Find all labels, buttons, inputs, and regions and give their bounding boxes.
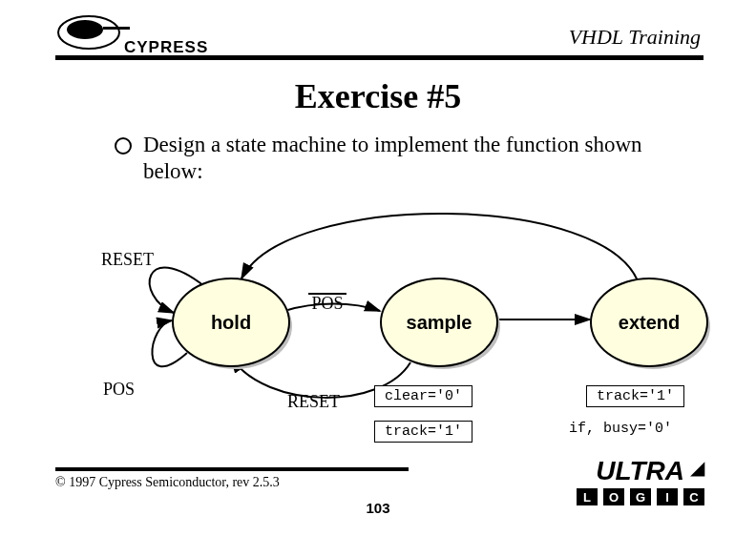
ultra-block-g: G xyxy=(630,488,651,505)
ultra-block-o: O xyxy=(603,488,624,505)
footer-rule xyxy=(55,467,409,471)
ultra-logo: ULTRA ◢ L O G I C xyxy=(577,456,704,505)
state-extend: extend xyxy=(590,278,712,371)
state-sample-label: sample xyxy=(380,278,498,367)
label-not-pos: POS xyxy=(308,293,346,308)
output-sample-clear: clear='0' xyxy=(374,385,472,407)
ultra-block-i: I xyxy=(657,488,678,505)
state-sample: sample xyxy=(380,278,502,371)
state-hold-label: hold xyxy=(172,278,290,367)
ultra-word: ULTRA xyxy=(596,456,684,485)
state-hold: hold xyxy=(172,278,294,371)
output-sample-track: track='1' xyxy=(374,421,472,443)
state-extend-label: extend xyxy=(590,278,708,367)
ultra-block-l: L xyxy=(577,488,598,505)
output-extend-track: track='1' xyxy=(586,385,684,407)
copyright-text: © 1997 Cypress Semiconductor, rev 2.5.3 xyxy=(55,475,280,490)
label-reset-from-sample: RESET xyxy=(287,392,340,412)
ultra-caret-icon: ◢ xyxy=(690,457,704,478)
label-not-pos-text: POS xyxy=(311,294,343,313)
ultra-block-c: C xyxy=(683,488,704,505)
label-reset-self: RESET xyxy=(101,250,154,270)
label-pos-self: POS xyxy=(103,380,135,400)
output-extend-if: if, busy='0' xyxy=(569,421,672,437)
ultra-blocks: L O G I C xyxy=(577,488,704,505)
